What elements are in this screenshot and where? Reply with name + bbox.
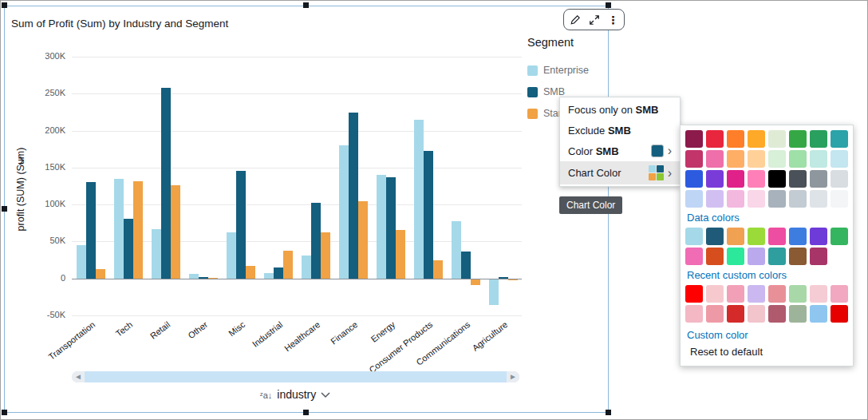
color-swatch[interactable] [748,248,765,265]
color-swatch[interactable] [810,150,827,168]
color-swatch[interactable] [748,190,765,208]
bar-enterprise[interactable] [152,229,161,279]
bar-smb[interactable] [386,177,396,279]
color-swatch[interactable] [685,305,703,323]
bar-chart-widget[interactable]: Sum of Profit (Sum) by Industry and Segm… [4,6,609,413]
bar-smb[interactable] [161,88,171,279]
bar-startup[interactable] [246,266,255,279]
bar-startup[interactable] [321,232,330,278]
color-swatch[interactable] [727,248,744,265]
scroll-left-icon[interactable]: ◄ [72,371,85,382]
color-swatch[interactable] [810,190,827,208]
bar-enterprise[interactable] [264,273,274,278]
resize-handle-top-center[interactable] [303,2,309,8]
bar-startup[interactable] [171,185,180,279]
bar-smb[interactable] [349,113,358,278]
bar-startup[interactable] [396,230,405,279]
color-swatch[interactable] [727,305,744,323]
bar-startup[interactable] [283,251,293,278]
bar-startup[interactable] [433,260,443,278]
color-swatch[interactable] [768,228,786,245]
bar-startup[interactable] [96,269,105,279]
bar-smb[interactable] [124,219,133,279]
bar-enterprise[interactable] [414,120,424,279]
bar-enterprise[interactable] [77,245,86,279]
color-swatch[interactable] [748,305,765,323]
color-swatch[interactable] [789,170,807,188]
color-swatch[interactable] [789,248,807,265]
resize-handle-top-right[interactable] [606,2,611,8]
maximize-icon[interactable] [588,14,600,26]
color-swatch[interactable] [706,248,724,265]
bar-smb[interactable] [199,277,208,279]
resize-handle-bottom-right[interactable] [606,410,611,415]
color-swatch[interactable] [706,285,724,303]
context-menu-item[interactable]: Chart Color› [560,161,680,184]
color-swatch[interactable] [768,150,786,168]
color-swatch[interactable] [768,305,786,323]
color-swatch[interactable] [831,190,848,208]
color-swatch[interactable] [727,150,744,168]
color-swatch[interactable] [727,190,744,208]
color-swatch[interactable] [768,285,786,303]
bar-enterprise[interactable] [489,279,499,305]
color-swatch[interactable] [706,228,724,245]
bar-startup[interactable] [508,279,518,280]
context-menu-item[interactable]: Focus only on SMB [560,99,680,120]
custom-color-link[interactable]: Custom color [687,329,846,341]
legend-item[interactable]: Enterprise [527,65,589,76]
color-swatch[interactable] [789,130,807,148]
color-swatch[interactable] [727,130,744,148]
color-swatch[interactable] [768,190,786,208]
color-swatch[interactable] [789,228,807,245]
scroll-right-icon[interactable]: ► [507,371,519,382]
color-swatch[interactable] [768,130,786,148]
color-swatch[interactable] [727,285,744,303]
menu-dots-icon[interactable]: ⋮ [607,14,619,26]
bar-enterprise[interactable] [377,175,386,279]
reset-to-default-button[interactable]: Reset to default [690,346,846,358]
bar-smb[interactable] [424,151,433,279]
bar-startup[interactable] [471,279,480,285]
context-menu-item[interactable]: Exclude SMB [560,120,680,141]
color-swatch[interactable] [727,228,744,245]
color-swatch[interactable] [706,305,724,323]
pencil-icon[interactable] [569,14,581,26]
bar-smb[interactable] [461,252,471,278]
color-swatch[interactable] [768,248,786,265]
color-swatch[interactable] [748,130,765,148]
color-swatch[interactable] [706,170,724,188]
bar-startup[interactable] [358,201,368,278]
color-swatch[interactable] [789,305,807,323]
color-swatch[interactable] [768,170,786,188]
x-axis-scrollbar[interactable]: ◄ ► [72,371,519,382]
context-menu-item[interactable]: Color SMB› [560,141,680,161]
x-axis-field-control[interactable]: ᶻa↓industry [5,388,586,401]
bar-enterprise[interactable] [339,145,349,279]
bar-startup[interactable] [133,181,143,279]
bar-enterprise[interactable] [189,274,199,279]
color-swatch[interactable] [748,170,765,188]
color-swatch[interactable] [831,228,848,245]
color-swatch[interactable] [810,130,827,148]
color-swatch[interactable] [685,170,703,188]
color-swatch[interactable] [831,170,848,188]
color-swatch[interactable] [789,150,807,168]
resize-handle-bottom-left[interactable] [2,410,7,415]
bar-enterprise[interactable] [452,221,461,279]
color-swatch[interactable] [727,170,744,188]
color-swatch[interactable] [748,150,765,168]
bar-enterprise[interactable] [227,232,236,278]
bar-smb[interactable] [274,267,283,279]
color-swatch[interactable] [831,305,848,323]
bar-enterprise[interactable] [114,179,124,279]
color-swatch[interactable] [685,190,703,208]
bar-smb[interactable] [311,203,321,278]
color-swatch[interactable] [706,150,724,168]
color-swatch[interactable] [706,130,724,148]
color-swatch[interactable] [706,190,724,208]
color-swatch[interactable] [748,285,765,303]
color-swatch[interactable] [810,248,827,265]
color-swatch[interactable] [810,170,827,188]
bar-smb[interactable] [499,277,508,279]
